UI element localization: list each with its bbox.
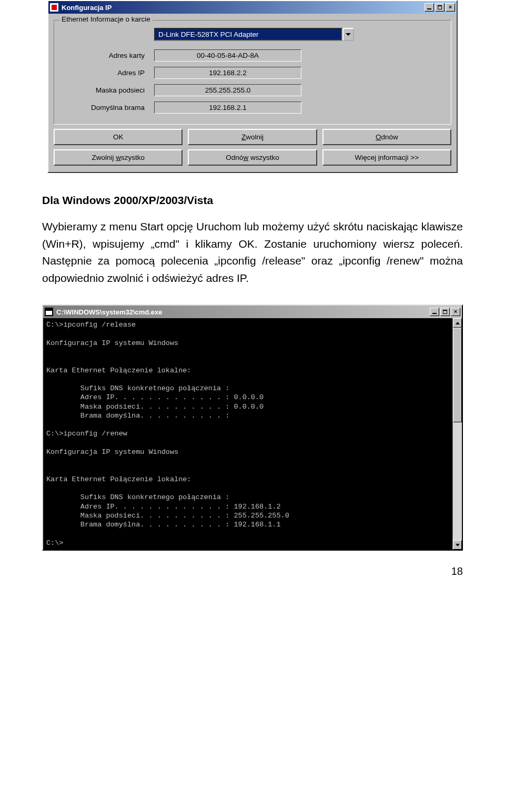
ok-button[interactable]: OK [54, 129, 183, 145]
cmd-title: C:\WINDOWS\system32\cmd.exe [56, 308, 163, 316]
cmd-titlebar[interactable]: C:\WINDOWS\system32\cmd.exe × [43, 306, 462, 318]
chevron-down-icon[interactable] [342, 28, 354, 41]
field-row: Adres IP 192.168.2.2 [59, 67, 446, 79]
more-info-button[interactable]: Więcej informacji >> [322, 149, 451, 166]
scrollbar[interactable] [452, 318, 462, 550]
cmd-output: C:\>ipconfig /release Konfiguracja IP sy… [43, 318, 452, 550]
value-ip-address: 192.168.2.2 [154, 67, 301, 79]
scroll-track[interactable] [453, 422, 462, 540]
ip-config-title: Konfiguracja IP [62, 4, 112, 12]
field-row: Domyślna brama 192.168.2.1 [59, 102, 446, 114]
label-subnet-mask: Maska podsieci [59, 86, 154, 94]
maximize-button[interactable] [440, 308, 450, 316]
page-number: 18 [42, 565, 463, 577]
ethernet-groupbox: Ethernet Informacje o karcie D-Link DFE-… [54, 20, 451, 125]
maximize-button[interactable] [435, 3, 445, 12]
ip-config-titlebar[interactable]: Konfiguracja IP × [48, 1, 457, 14]
value-card-address: 00-40-05-84-AD-8A [154, 49, 301, 62]
field-row: Adres karty 00-40-05-84-AD-8A [59, 49, 446, 62]
value-subnet-mask: 255.255.255.0 [154, 84, 301, 96]
ip-config-icon [50, 3, 58, 12]
scroll-down-button[interactable] [453, 540, 462, 550]
section-paragraph: Wybieramy z menu Start opcję Uruchom lub… [42, 218, 463, 287]
cmd-window: C:\WINDOWS\system32\cmd.exe × C:\>ipconf… [42, 304, 463, 551]
minimize-button[interactable] [430, 308, 439, 316]
label-default-gateway: Domyślna brama [59, 104, 154, 111]
scroll-thumb[interactable] [453, 328, 462, 422]
minimize-button[interactable] [425, 3, 434, 12]
field-row: Maska podsieci 255.255.255.0 [59, 84, 446, 96]
close-button[interactable]: × [451, 308, 460, 316]
groupbox-legend: Ethernet Informacje o karcie [59, 15, 153, 23]
release-button[interactable]: Zwolnij [188, 129, 317, 145]
value-default-gateway: 192.168.2.1 [154, 102, 301, 114]
release-all-button[interactable]: Zwolnij wszystko [54, 149, 183, 166]
ip-config-window: Konfiguracja IP × Ethernet Informacje o … [47, 0, 458, 173]
label-ip-address: Adres IP [59, 69, 154, 77]
close-button[interactable]: × [446, 3, 455, 12]
adapter-selected: D-Link DFE-528TX PCI Adapter [154, 28, 342, 41]
scroll-up-button[interactable] [453, 318, 462, 328]
section-heading: Dla Windows 2000/XP/2003/Vista [42, 194, 463, 207]
adapter-dropdown[interactable]: D-Link DFE-528TX PCI Adapter [154, 28, 354, 41]
renew-all-button[interactable]: Odnów wszystko [188, 149, 317, 166]
cmd-icon [45, 308, 53, 316]
renew-button[interactable]: Odnów [322, 129, 451, 145]
label-card-address: Adres karty [59, 52, 154, 59]
